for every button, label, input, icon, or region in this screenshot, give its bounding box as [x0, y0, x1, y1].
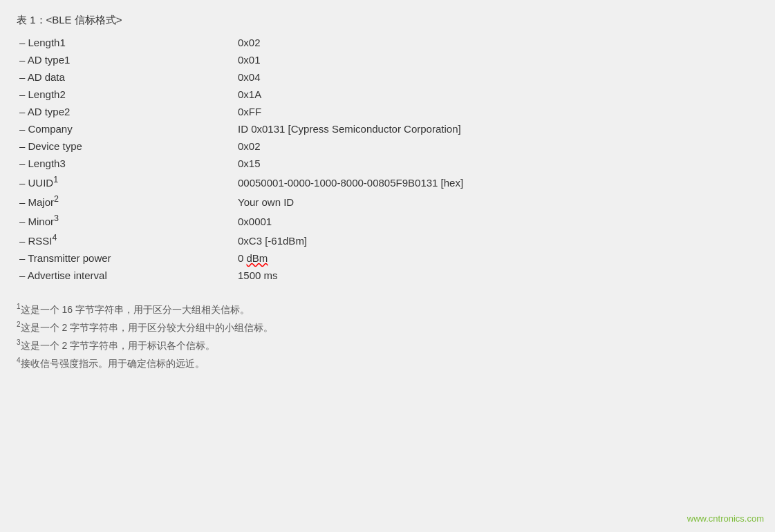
row-value: ID 0x0131 [Cypress Semiconductor Corpora…: [238, 123, 461, 135]
row-label: – Length2: [17, 88, 238, 100]
table-row: – CompanyID 0x0131 [Cypress Semiconducto…: [17, 120, 758, 137]
row-value: 0x01: [238, 54, 261, 66]
row-label: – Advertise interval: [17, 269, 238, 281]
row-label: – Length3: [17, 158, 238, 169]
row-label: – AD type1: [17, 54, 238, 66]
row-label: – AD type2: [17, 106, 238, 117]
row-value: 0x02: [238, 140, 261, 152]
row-label: – Major2: [17, 194, 238, 208]
row-value: 1500 ms: [238, 269, 278, 281]
table-row: – UUID100050001-0000-1000-8000-00805F9B0…: [17, 172, 758, 191]
table-row: – Device type0x02: [17, 137, 758, 155]
table-row: – AD type10x01: [17, 51, 758, 68]
table-row: – Length10x02: [17, 34, 758, 51]
table-row: – Length20x1A: [17, 86, 758, 103]
row-label: – Transmitter power: [17, 252, 238, 264]
table-row: – Transmitter power0 dBm: [17, 249, 758, 267]
row-value: 0 dBm: [238, 252, 268, 264]
table-row: – Minor30x0001: [17, 211, 758, 230]
page-container: 表 1：<BLE 信标格式> – Length10x02– AD type10x…: [17, 14, 758, 372]
table-row: – AD data0x04: [17, 68, 758, 86]
row-label: – Device type: [17, 140, 238, 152]
footnote-item: 1这是一个 16 字节字符串，用于区分一大组相关信标。: [17, 301, 758, 319]
table-container: – Length10x02– AD type10x01– AD data0x04…: [17, 34, 758, 284]
table-row: – Major2Your own ID: [17, 191, 758, 211]
footnotes-container: 1这是一个 16 字节字符串，用于区分一大组相关信标。2这是一个 2 字节字符串…: [17, 301, 758, 372]
row-label: – Minor3: [17, 213, 238, 227]
row-value: 0x02: [238, 37, 261, 48]
row-value: 0x1A: [238, 88, 261, 100]
table-row: – AD type20xFF: [17, 103, 758, 120]
footnote-item: 4接收信号强度指示。用于确定信标的远近。: [17, 354, 758, 372]
footnote-item: 3这是一个 2 字节字符串，用于标识各个信标。: [17, 336, 758, 354]
row-value: 0x0001: [238, 216, 272, 227]
row-value: 0x15: [238, 158, 261, 169]
watermark: www.cntronics.com: [687, 513, 764, 524]
row-label: – AD data: [17, 71, 238, 83]
table-title: 表 1：<BLE 信标格式>: [17, 14, 758, 27]
row-value: 00050001-0000-1000-8000-00805F9B0131 [he…: [238, 177, 463, 189]
row-label: – Length1: [17, 37, 238, 48]
row-label: – Company: [17, 123, 238, 135]
table-row: – RSSI40xC3 [-61dBm]: [17, 230, 758, 249]
row-value: 0xFF: [238, 106, 261, 117]
row-value: Your own ID: [238, 196, 294, 208]
row-label: – UUID1: [17, 175, 238, 189]
table-row: – Length30x15: [17, 155, 758, 172]
row-value: 0x04: [238, 71, 261, 83]
row-label: – RSSI4: [17, 233, 238, 247]
footnote-item: 2这是一个 2 字节字符串，用于区分较大分组中的小组信标。: [17, 319, 758, 336]
table-row: – Advertise interval1500 ms: [17, 267, 758, 284]
row-value: 0xC3 [-61dBm]: [238, 235, 307, 247]
